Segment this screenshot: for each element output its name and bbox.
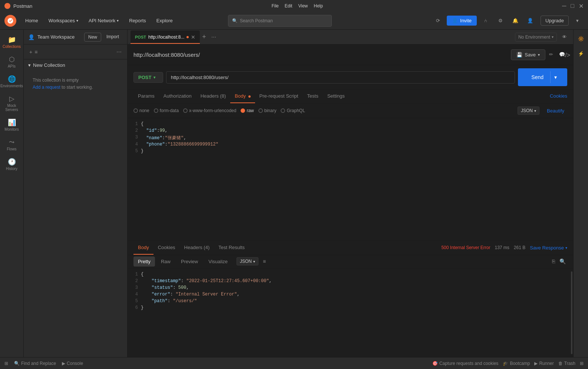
resp-search-icon-btn[interactable]: 🔍 (558, 257, 567, 266)
close-button[interactable]: ✕ (579, 3, 584, 10)
sidebar-item-flows[interactable]: ⤳ Flows (1, 135, 22, 154)
edit-icon-btn[interactable]: ✏ (547, 49, 555, 60)
body-type-raw[interactable]: raw (241, 108, 254, 113)
tab-params[interactable]: Params (133, 89, 159, 103)
code-icon-btn[interactable]: </> (562, 52, 570, 59)
tab-close-button[interactable]: ✕ (191, 34, 195, 40)
capture-requests-btn[interactable]: 🎯 Capture requests and cookies (432, 361, 498, 366)
tab-body[interactable]: Body (230, 89, 255, 103)
save-button[interactable]: 💾 Save ▾ (511, 49, 545, 60)
more-options-icon[interactable]: ⋯ (115, 48, 123, 56)
method-chevron-icon: ▾ (153, 75, 155, 79)
right-panel-btn-1[interactable]: 🔆 (575, 33, 587, 45)
tab-tests[interactable]: Tests (303, 89, 323, 103)
workspaces-nav[interactable]: Workspaces ▾ (44, 16, 83, 26)
home-nav[interactable]: Home (21, 16, 43, 26)
notifications-icon-btn[interactable]: 🔔 (509, 15, 521, 27)
resp-body-visualize[interactable]: Visualize (204, 257, 232, 267)
sidebar-item-monitors[interactable]: 📊 Monitors (1, 115, 22, 134)
body-type-binary[interactable]: binary (258, 108, 277, 113)
request-body-editor[interactable]: 1 { 2 "id":99, 3 "name":"张豪猪", 4 "phone"… (128, 118, 573, 241)
resp-tab-cookies[interactable]: Cookies (153, 241, 180, 255)
upgrade-button[interactable]: Upgrade (541, 16, 569, 26)
reports-nav[interactable]: Reports (125, 16, 151, 26)
save-response-button[interactable]: Save Response ▾ (530, 245, 567, 251)
sidebar-item-mock-servers[interactable]: ▷ Mock Servers (1, 92, 22, 115)
avatar-btn[interactable]: 👤 (524, 15, 536, 27)
sidebar-item-history[interactable]: 🕐 History (1, 155, 22, 174)
right-panel-btn-2[interactable]: ⚡ (575, 48, 587, 59)
add-tab-button[interactable]: + (201, 32, 208, 42)
menu-help[interactable]: Help (314, 3, 323, 9)
invite-button[interactable]: 👤 Invite (447, 16, 477, 26)
find-replace-btn[interactable]: 🔍 Find and Replace (14, 361, 56, 366)
body-type-none[interactable]: none (133, 108, 149, 113)
collections-icon: 📁 (8, 36, 16, 44)
bootcamp-btn[interactable]: 🎓 Bootcamp (503, 361, 530, 366)
body-type-form-data[interactable]: form-data (154, 108, 179, 113)
fork-icon-btn[interactable]: ⑃ (480, 15, 492, 27)
beautify-button[interactable]: Beautify (544, 107, 567, 115)
add-collection-icon[interactable]: + (28, 48, 33, 56)
dropdown-arrow-icon[interactable]: ▾ (572, 15, 584, 27)
resp-body-raw[interactable]: Raw (156, 257, 175, 267)
sync-icon-btn[interactable]: ⟳ (432, 15, 444, 27)
bottom-layout-btn[interactable]: ⊞ (4, 361, 8, 366)
format-chevron-icon: ▾ (534, 109, 536, 113)
menu-view[interactable]: View (298, 3, 308, 9)
resp-wrap-icon-btn[interactable]: ≡ (261, 257, 267, 266)
active-tab[interactable]: POST http://localhost:8... ✕ (131, 30, 200, 44)
resp-body-preview[interactable]: Preview (176, 257, 202, 267)
menu-edit[interactable]: Edit (285, 3, 293, 9)
body-type-graphql[interactable]: GraphQL (281, 108, 305, 113)
trash-btn[interactable]: 🗑 Trash (558, 361, 575, 366)
runner-btn[interactable]: ▶ Runner (534, 361, 554, 366)
sidebar-item-apis[interactable]: ⬡ APIs (1, 52, 22, 71)
resp-tab-headers[interactable]: Headers (4) (180, 241, 214, 255)
bottom-grid-icon[interactable]: ⊞ (580, 361, 584, 366)
tab-settings[interactable]: Settings (323, 89, 349, 103)
send-button-main[interactable]: Send (525, 71, 550, 83)
api-network-nav[interactable]: API Network ▾ (84, 16, 123, 26)
resp-tab-test-results[interactable]: Test Results (214, 241, 249, 255)
method-selector[interactable]: POST ▾ (133, 72, 163, 83)
settings-icon-btn[interactable]: ⚙ (495, 15, 506, 27)
code-line-2: 2 "id":99, (128, 128, 573, 134)
filter-icon[interactable]: ≡ (33, 48, 39, 56)
resp-copy-icon-btn[interactable]: ⎘ (551, 257, 556, 266)
body-type-urlencoded[interactable]: x-www-form-urlencoded (183, 108, 236, 113)
json-format-selector[interactable]: JSON ▾ (518, 107, 539, 115)
send-button-dropdown[interactable]: ▾ (550, 71, 561, 83)
app-name: Postman (13, 3, 32, 9)
resp-tab-body[interactable]: Body (133, 241, 153, 255)
menu-file[interactable]: File (271, 3, 278, 9)
search-bar[interactable]: 🔍 Search Postman (228, 15, 332, 27)
environment-selector[interactable]: No Environment ▾ (515, 33, 557, 42)
add-request-link[interactable]: Add a request (33, 85, 60, 90)
tab-pre-request-script[interactable]: Pre-request Script (255, 89, 303, 103)
minimize-button[interactable]: ─ (562, 3, 566, 10)
cookies-button[interactable]: Cookies (550, 89, 567, 103)
resp-body-pretty[interactable]: Pretty (133, 257, 155, 267)
maximize-button[interactable]: □ (571, 3, 574, 10)
response-meta: 500 Internal Server Error 137 ms 261 B S… (441, 245, 567, 251)
tab-headers[interactable]: Headers (8) (196, 89, 231, 103)
eye-icon-btn[interactable]: 👁 (558, 31, 570, 43)
more-tabs-button[interactable]: ⋯ (208, 33, 219, 41)
sidebar-item-environments[interactable]: 🌐 Environments (1, 72, 22, 91)
send-button[interactable]: Send ▾ (518, 68, 567, 86)
console-btn[interactable]: ▶ Console (62, 361, 83, 366)
collection-item[interactable]: ▾ New Collection (24, 59, 127, 71)
new-button[interactable]: New (84, 33, 101, 42)
save-chevron-icon: ▾ (538, 53, 540, 57)
import-button[interactable]: Import (103, 33, 123, 42)
explore-nav[interactable]: Explore (152, 16, 177, 26)
body-dot-indicator (248, 95, 251, 98)
tab-authorization[interactable]: Authorization (159, 89, 196, 103)
resp-format-selector[interactable]: JSON ▾ (237, 257, 258, 265)
url-input[interactable] (166, 71, 515, 84)
response-body-area[interactable]: 1 { 2 "timestamp": "2022-01-25T12:27:45.… (128, 268, 573, 357)
sidebar-item-collections[interactable]: 📁 Collections (1, 33, 22, 52)
response-scrollbar[interactable] (571, 271, 572, 355)
response-status: 500 Internal Server Error (441, 245, 490, 250)
